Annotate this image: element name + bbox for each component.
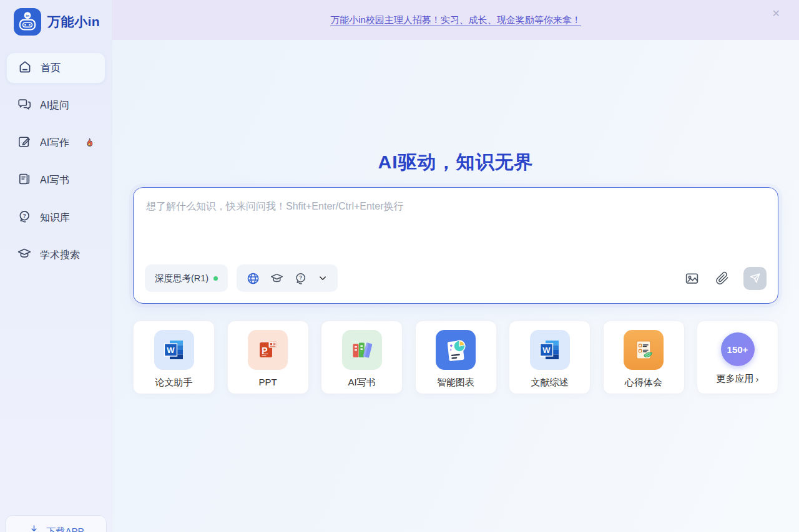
- composer-input[interactable]: [134, 188, 778, 256]
- sidebar-item-knowledge-base[interactable]: ? 知识库: [6, 202, 105, 233]
- chat-icon: [17, 97, 32, 114]
- logo-badge-text: in: [26, 13, 29, 17]
- head-question-icon[interactable]: ?: [293, 271, 308, 286]
- app-card-label: 文献综述: [531, 377, 569, 389]
- app-card-ppt[interactable]: P PPT: [227, 321, 309, 394]
- app-card-label: 更多应用: [717, 373, 754, 385]
- sidebar-item-ai-qa[interactable]: AI提问: [6, 90, 105, 121]
- mortarboard-icon: [17, 246, 32, 264]
- download-app-button[interactable]: 下载APP: [5, 515, 107, 532]
- flame-icon: [84, 137, 96, 149]
- sidebar-item-ai-book[interactable]: AI写书: [6, 165, 105, 196]
- sidebar-item-label: 首页: [41, 62, 61, 75]
- app-card-label: 智能图表: [437, 377, 474, 389]
- sidebar-item-label: AI写书: [40, 174, 69, 187]
- deep-think-mode-toggle[interactable]: 深度思考(R1): [145, 264, 228, 292]
- more-apps-badge: 150+: [721, 332, 755, 366]
- svg-text:W: W: [542, 346, 551, 355]
- chevron-right-icon: ›: [756, 374, 759, 384]
- image-upload-button[interactable]: [684, 271, 700, 286]
- sidebar: in 万能小in 首页: [0, 0, 112, 532]
- app-name: 万能小in: [47, 13, 100, 31]
- globe-icon[interactable]: [246, 271, 260, 286]
- app-card-more-apps[interactable]: 150+ 更多应用 ›: [697, 321, 778, 394]
- mortarboard-icon[interactable]: [270, 271, 284, 286]
- app-logo[interactable]: in 万能小in: [0, 0, 112, 36]
- send-button[interactable]: [743, 267, 767, 290]
- app-card-label: AI写书: [348, 377, 375, 389]
- more-apps-count: 150+: [727, 344, 748, 355]
- composer-card: 深度思考(R1): [133, 187, 778, 304]
- composer-toolbar: 深度思考(R1): [145, 264, 767, 292]
- sidebar-item-label: 学术搜索: [40, 249, 80, 262]
- sidebar-nav: 首页 AI提问 AI写作: [0, 52, 112, 271]
- attachment-button[interactable]: [715, 271, 730, 286]
- sidebar-item-label: 知识库: [40, 211, 70, 225]
- sidebar-item-academic-search[interactable]: 学术搜索: [6, 239, 105, 271]
- svg-text:?: ?: [23, 213, 26, 219]
- app-card-reflection[interactable]: 心得体会: [603, 321, 685, 394]
- sidebar-item-ai-writing[interactable]: AI写作: [6, 127, 105, 158]
- scroll-icon: [624, 330, 664, 370]
- app-card-literature-review[interactable]: W 文献综述: [509, 321, 591, 394]
- chevron-down-icon[interactable]: [317, 273, 328, 284]
- svg-text:?: ?: [299, 275, 302, 281]
- chart-icon: [436, 330, 476, 370]
- sidebar-item-label: AI写作: [40, 137, 69, 150]
- edit-icon: [17, 134, 32, 152]
- app-card-label: 心得体会: [625, 377, 662, 389]
- app-card-label: PPT: [258, 377, 277, 387]
- main-content: AI驱动，知识无界 深度思考(R1): [112, 40, 799, 532]
- banner-close-icon[interactable]: ✕: [772, 9, 780, 19]
- app-card-label: 论文助手: [155, 377, 193, 389]
- app-card-paper-assistant[interactable]: W 论文助手: [133, 321, 215, 394]
- sidebar-item-home[interactable]: 首页: [6, 52, 105, 84]
- announcement-banner: 万能小in校园主理人招募！实习、成长、现金奖励等你来拿！ ✕: [112, 0, 799, 40]
- mode-active-dot: [213, 276, 218, 281]
- head-question-icon: ?: [17, 209, 32, 226]
- ppt-icon: P: [248, 330, 288, 370]
- app-shortcuts-row: W 论文助手 P PPT: [133, 321, 778, 394]
- composer-tools-pill: ?: [237, 264, 338, 292]
- send-icon: [749, 272, 762, 284]
- svg-text:W: W: [167, 346, 175, 355]
- home-icon: [17, 59, 32, 77]
- robot-logo-icon: in: [14, 8, 41, 36]
- document-icon: [17, 172, 32, 189]
- books-icon: [342, 330, 382, 370]
- word-icon: W: [154, 330, 194, 370]
- app-card-smart-chart[interactable]: 智能图表: [415, 321, 497, 394]
- deep-think-label: 深度思考(R1): [155, 273, 208, 284]
- download-app-label: 下载APP: [46, 526, 84, 532]
- download-icon: [27, 524, 41, 532]
- page-title: AI驱动，知识无界: [112, 150, 799, 175]
- word-icon: W: [530, 330, 570, 370]
- announcement-link[interactable]: 万能小in校园主理人招募！实习、成长、现金奖励等你来拿！: [330, 14, 581, 26]
- app-card-ai-book[interactable]: AI写书: [321, 321, 403, 394]
- sidebar-item-label: AI提问: [40, 99, 69, 112]
